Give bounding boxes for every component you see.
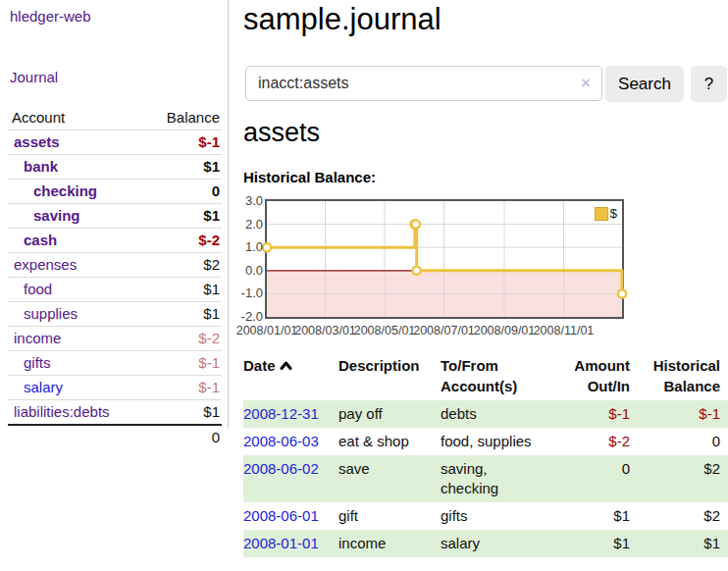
transaction-balance: $2 (638, 455, 728, 502)
account-link-checking[interactable]: checking (33, 182, 97, 199)
account-link-saving[interactable]: saving (33, 207, 80, 224)
account-balance: $1 (145, 400, 222, 426)
account-link-salary[interactable]: salary (24, 379, 63, 395)
search-button[interactable]: Search (605, 66, 684, 102)
y-axis-tick-label: 2.0 (230, 217, 263, 232)
account-balance: $1 (145, 155, 222, 180)
transaction-date-link[interactable]: 2008-01-01 (243, 535, 319, 551)
account-row: assets $-1 (8, 130, 222, 155)
account-balance: $2 (145, 253, 222, 278)
transaction-date-link[interactable]: 2008-06-01 (243, 507, 319, 524)
account-row: gifts $-1 (8, 351, 222, 376)
register-table: Date Description To/From Account(s) Amou… (243, 353, 728, 557)
transaction-amount: $1 (571, 502, 638, 530)
register-header-row: Date Description To/From Account(s) Amou… (243, 353, 728, 400)
transaction-description: eat & shop (338, 428, 441, 455)
search-form: × Search ? (243, 66, 728, 103)
account-row: salary $-1 (8, 376, 222, 400)
account-link-cash[interactable]: cash (24, 232, 57, 248)
accounts-total-value: 0 (145, 425, 222, 449)
transaction-row: 2008-12-31 pay off debts $-1 $-1 (243, 400, 728, 428)
transaction-amount: $-2 (571, 428, 638, 455)
brand-link[interactable]: hledger-web (10, 8, 91, 25)
transaction-date-link[interactable]: 2008-06-02 (243, 460, 319, 477)
account-link-expenses[interactable]: expenses (14, 256, 77, 273)
account-link-gifts[interactable]: gifts (24, 354, 51, 371)
transaction-description: income (338, 530, 441, 557)
transaction-balance: 0 (638, 428, 728, 455)
hledger-web-app: hledger-web Journal Account Balance asse… (0, 0, 728, 571)
account-link-bank[interactable]: bank (24, 158, 58, 175)
account-row: liabilities:debts $1 (8, 400, 222, 426)
account-balance: $-1 (145, 376, 222, 400)
y-axis-tick-label: 1.0 (230, 239, 263, 254)
accounts-table: Account Balance assets $-1 bank $1 check… (8, 106, 222, 449)
account-row: bank $1 (8, 155, 222, 180)
transaction-amount: $-1 (571, 400, 638, 428)
account-link-food[interactable]: food (24, 281, 52, 297)
main-content: sample.journal × Search ? assets Histori… (243, 0, 728, 571)
search-input[interactable] (245, 66, 602, 101)
transaction-accounts: food, supplies (441, 428, 571, 455)
chart-plot[interactable]: $ (265, 199, 624, 319)
transaction-balance: $2 (638, 502, 728, 530)
transaction-row: 2008-06-02 save saving, checking 0 $2 (243, 455, 728, 502)
account-row: expenses $2 (8, 253, 222, 278)
transaction-accounts: gifts (441, 502, 571, 530)
transaction-row: 2008-06-01 gift gifts $1 $2 (243, 502, 728, 530)
accounts-col-account: Account (8, 106, 145, 130)
account-link-income[interactable]: income (14, 330, 61, 346)
y-axis-tick-label: 3.0 (230, 193, 263, 208)
y-axis-tick-label: -2.0 (230, 309, 263, 324)
transaction-balance: $1 (638, 530, 728, 557)
account-balance: $-2 (145, 229, 222, 253)
transaction-date-link[interactable]: 2008-12-31 (243, 405, 319, 422)
transaction-row: 2008-06-03 eat & shop food, supplies $-2… (243, 428, 728, 455)
sidebar-divider (228, 0, 229, 429)
register-col-date: Date (243, 353, 338, 400)
account-row: supplies $1 (8, 302, 222, 327)
transaction-balance: $-1 (638, 400, 728, 428)
account-balance: $1 (145, 278, 222, 302)
legend-swatch-icon (595, 207, 608, 221)
transaction-accounts: debts (441, 400, 571, 428)
page-title: sample.journal (243, 2, 442, 37)
chart-title: Historical Balance: (243, 169, 376, 185)
transaction-amount: $1 (571, 530, 638, 557)
chart-canvas (267, 201, 622, 317)
account-heading: assets (243, 118, 320, 148)
account-balance: $1 (145, 302, 222, 327)
account-balance: $-2 (145, 327, 222, 351)
clear-search-icon[interactable]: × (581, 74, 591, 93)
register-col-amount: Amount Out/In (571, 353, 638, 400)
help-button[interactable]: ? (691, 66, 727, 102)
legend-label: $ (610, 206, 617, 221)
historical-balance-chart[interactable]: $ 3.02.01.00.0-1.0-2.02008/01/012008/03/… (243, 199, 728, 346)
account-balance: $-1 (145, 351, 222, 376)
account-row: food $1 (8, 278, 222, 302)
transaction-row: 2008-01-01 income salary $1 $1 (243, 530, 728, 557)
account-row: saving $1 (8, 204, 222, 229)
transaction-amount: 0 (571, 455, 638, 502)
register-col-accounts: To/From Account(s) (441, 353, 571, 400)
register-col-description: Description (338, 353, 441, 400)
x-axis-tick-label: 2008/11/01 (528, 324, 598, 337)
sidebar: hledger-web Journal Account Balance asse… (0, 0, 228, 571)
sort-ascending-icon (280, 355, 292, 376)
accounts-total-row: 0 (8, 425, 222, 449)
transaction-accounts: saving, checking (441, 455, 571, 502)
search-box: × (245, 66, 600, 101)
account-row: income $-2 (8, 327, 222, 351)
chart-legend: $ (595, 206, 617, 221)
account-row: cash $-2 (8, 229, 222, 253)
account-link-assets[interactable]: assets (14, 133, 60, 150)
transaction-description: save (338, 455, 441, 502)
account-link-liabilities-debts[interactable]: liabilities:debts (14, 403, 110, 420)
account-link-supplies[interactable]: supplies (24, 305, 78, 322)
accounts-header-row: Account Balance (8, 106, 222, 130)
transaction-date-link[interactable]: 2008-06-03 (243, 433, 319, 449)
sidebar-item-journal[interactable]: Journal (10, 69, 58, 85)
y-axis-tick-label: 0.0 (230, 263, 263, 278)
register-col-balance: Historical Balance (638, 353, 728, 400)
account-row: checking 0 (8, 180, 222, 204)
